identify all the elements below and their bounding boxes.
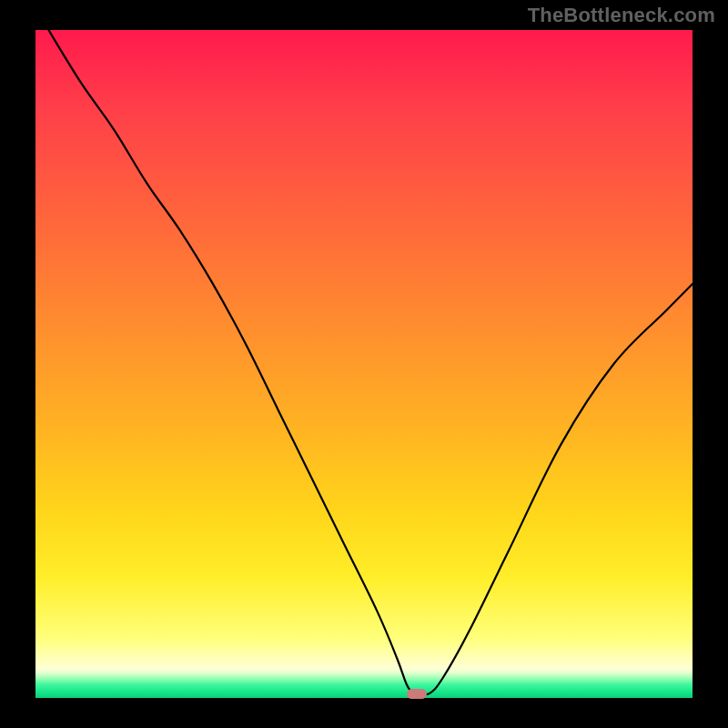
optimum-marker: [407, 689, 427, 699]
bottleneck-curve: [35, 30, 693, 698]
chart-plot-area: [35, 30, 693, 698]
watermark-text: TheBottleneck.com: [528, 4, 715, 27]
curve-path: [48, 30, 693, 694]
